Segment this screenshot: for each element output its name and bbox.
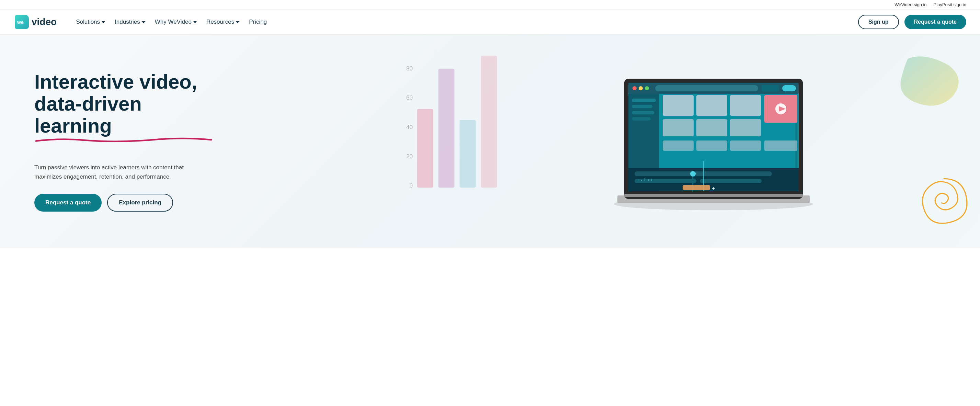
playposit-signin-link[interactable]: PlayPosit sign in — [934, 2, 966, 7]
hero-buttons: Request a quote Explore pricing — [34, 194, 213, 212]
svg-rect-7 — [438, 69, 454, 188]
hero-title: Interactive video, data-driven learning — [34, 71, 213, 147]
main-nav: we video Solutions Industries Why WeVide… — [0, 10, 980, 35]
svg-text:80: 80 — [406, 65, 413, 72]
laptop-svg: + — [607, 68, 820, 213]
nav-actions: Sign up Request a quote — [858, 15, 966, 29]
svg-rect-19 — [655, 85, 758, 91]
signup-button[interactable]: Sign up — [858, 15, 899, 29]
svg-rect-26 — [632, 105, 652, 108]
chevron-down-icon — [102, 21, 105, 23]
top-bar: WeVideo sign in PlayPosit sign in — [0, 0, 980, 10]
nav-pricing[interactable]: Pricing — [249, 19, 267, 25]
svg-text:we: we — [17, 19, 24, 25]
svg-rect-53 — [696, 140, 727, 151]
svg-rect-36 — [696, 119, 727, 136]
nav-links: Solutions Industries Why WeVideo Resourc… — [76, 19, 847, 25]
svg-text:+: + — [712, 185, 715, 191]
svg-rect-43 — [700, 179, 762, 183]
blob-decoration — [897, 55, 959, 107]
svg-point-18 — [645, 86, 649, 90]
hero-illustration: 80 60 40 20 0 — [392, 35, 980, 248]
svg-rect-25 — [632, 99, 656, 102]
svg-rect-30 — [696, 95, 727, 116]
title-underline — [34, 137, 213, 143]
chevron-down-icon — [193, 21, 197, 23]
logo[interactable]: we video — [14, 14, 57, 30]
wevideo-signin-link[interactable]: WeVideo sign in — [894, 2, 926, 7]
svg-rect-35 — [663, 119, 694, 136]
hero-subtitle: Turn passive viewers into active learner… — [34, 163, 185, 182]
svg-rect-20 — [762, 85, 779, 91]
swirl-decoration — [918, 175, 970, 227]
chevron-down-icon — [142, 21, 145, 23]
svg-rect-50 — [682, 185, 710, 190]
nav-solutions[interactable]: Solutions — [76, 19, 105, 25]
svg-rect-27 — [632, 111, 654, 115]
svg-text:0: 0 — [409, 182, 412, 189]
hero-content: Interactive video, data-driven learning … — [34, 71, 213, 212]
hero-title-underlined: data-driven learning — [34, 93, 213, 137]
svg-point-16 — [633, 86, 636, 90]
svg-rect-31 — [730, 95, 761, 116]
svg-rect-8 — [460, 120, 476, 188]
svg-rect-52 — [663, 140, 694, 151]
nav-industries[interactable]: Industries — [115, 19, 145, 25]
svg-rect-29 — [663, 95, 694, 116]
svg-rect-28 — [632, 117, 651, 121]
nav-resources[interactable]: Resources — [206, 19, 239, 25]
nav-why-wevideo[interactable]: Why WeVideo — [155, 19, 197, 25]
svg-text:40: 40 — [406, 124, 413, 131]
chevron-down-icon — [236, 21, 239, 23]
svg-rect-42 — [635, 179, 696, 183]
laptop-illustration: + — [607, 68, 820, 214]
request-quote-button-nav[interactable]: Request a quote — [904, 15, 966, 29]
svg-rect-54 — [730, 140, 761, 151]
bar-chart-bg: 80 60 40 20 0 — [402, 48, 512, 195]
hero-section: Interactive video, data-driven learning … — [0, 35, 980, 248]
logo-icon: we — [14, 14, 30, 30]
hero-explore-pricing-button[interactable]: Explore pricing — [107, 194, 173, 212]
svg-rect-55 — [764, 140, 797, 151]
logo-text: video — [32, 16, 57, 27]
svg-rect-56 — [624, 194, 803, 197]
svg-point-17 — [639, 86, 643, 90]
svg-rect-9 — [481, 56, 497, 188]
svg-text:60: 60 — [406, 94, 413, 101]
hero-request-quote-button[interactable]: Request a quote — [34, 194, 102, 212]
svg-text:20: 20 — [406, 153, 413, 160]
svg-rect-6 — [417, 109, 433, 188]
svg-rect-21 — [782, 85, 796, 91]
svg-rect-37 — [730, 119, 761, 136]
